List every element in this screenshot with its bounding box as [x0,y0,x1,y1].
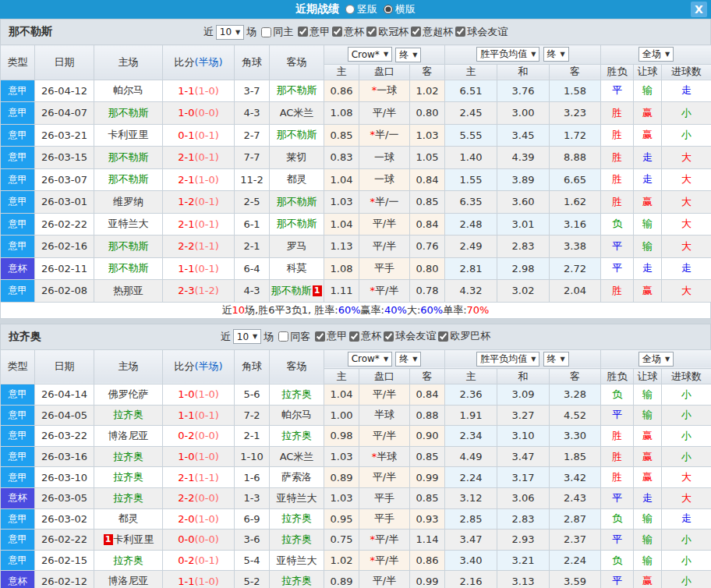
league-label: 意超杯 [423,25,453,39]
league-filter[interactable]: 意超杯 [409,25,453,39]
avg-away-cell: 2.37 [550,530,601,551]
horizontal-radio[interactable] [384,5,393,14]
games-count-select[interactable]: 10▼ [216,25,244,40]
score-cell: 2-1(0-1) [163,147,235,169]
handicap-cell: 一球 [359,147,410,169]
home-odds-cell: 1.03 [324,446,359,467]
away-team-cell: 拉齐奥 [270,571,324,588]
handicap-result-cell: 走 [634,487,662,508]
league-filter[interactable]: 球会友谊 [381,329,436,343]
home-odds-cell: 1.13 [324,236,359,258]
league-checkbox[interactable] [438,331,448,342]
same-venue-checkbox[interactable] [261,27,271,37]
final-odds-select[interactable]: 终▼ [395,352,421,367]
full-score: 1-0 [178,451,194,462]
close-icon[interactable]: X [691,2,707,17]
handicap-result-cell: 输 [634,508,662,530]
away-odds-cell: 0.90 [410,426,445,447]
odds-company-select[interactable]: Crow*▼ [348,352,392,367]
league-checkbox[interactable] [384,331,394,342]
layout-radio-horizontal[interactable]: 横版 [384,2,416,16]
league-filter[interactable]: 意甲 [295,25,330,39]
match-type-cell: 意甲 [1,236,35,258]
home-team-cell: 那不勒斯 [94,147,163,169]
league-checkbox[interactable] [411,27,421,37]
handicap-cell: 平/半 [359,571,410,588]
col-corner: 角球 [235,45,270,80]
league-checkbox[interactable] [366,27,377,37]
avg-final-select[interactable]: 终▼ [543,352,569,367]
near-label: 近 [221,330,231,344]
away-odds-cell: 0.93 [410,508,445,530]
section-lazio: 拉齐奥 近 10▼ 场 同客 意甲意杯球会友谊欧罗巴杯 类 [0,324,711,588]
team-name: 热那亚 [113,285,143,296]
fullmatch-header: 全场▼ [601,45,711,65]
handicap-result-cell: 赢 [634,124,662,147]
handicap-result-cell: 输 [634,80,662,102]
col-goals: 进球数 [662,64,711,80]
col-odds-away: 客 [410,369,445,384]
match-type-cell: 意甲 [1,147,35,169]
away-odds-cell: 0.85 [410,446,445,467]
fullmatch-select[interactable]: 全场▼ [638,352,674,367]
corner-cell: 7-7 [235,147,270,169]
away-odds-cell: 1.05 [410,147,445,169]
odds-company-select[interactable]: Crow*▼ [348,47,392,62]
league-label: 球会友谊 [467,25,508,39]
layout-radio-vertical[interactable]: 竖版 [345,2,377,16]
corner-cell: 6-4 [235,257,270,280]
home-odds-cell: 0.95 [324,508,359,530]
goals-result-cell: 大 [662,236,711,258]
league-checkbox[interactable] [455,27,465,37]
same-venue-filter[interactable]: 同主 [259,25,293,39]
match-date-cell: 26-03-15 [35,147,94,169]
fullmatch-select[interactable]: 全场▼ [638,47,674,62]
match-type-cell: 意杯 [1,571,35,588]
result-cell: 平 [601,530,634,551]
result-cell: 负 [601,508,634,530]
league-filter[interactable]: 欧冠杯 [364,25,409,39]
league-checkbox[interactable] [298,27,308,37]
avg-home-cell: 5.55 [445,124,497,147]
league-checkbox[interactable] [332,27,342,37]
result-cell: 胜 [601,168,634,191]
result-cell: 负 [601,213,634,236]
same-venue-filter[interactable]: 同客 [276,330,310,344]
match-date-cell: 26-04-07 [35,102,94,125]
league-filter[interactable]: 意甲 [313,329,347,343]
league-checkbox[interactable] [349,331,359,342]
team-name: 那不勒斯 [108,173,149,185]
team-name: 拉齐奥 [281,512,312,524]
match-date-cell: 26-02-22 [35,530,94,551]
vertical-radio[interactable] [345,5,355,14]
col-score: 比分(半场) [163,349,235,384]
league-filter[interactable]: 意杯 [347,329,381,343]
avg-final-select[interactable]: 终▼ [543,47,569,62]
avg-select[interactable]: 胜平负均值▼ [476,47,539,62]
home-team-cell: 拉齐奥 [94,446,163,467]
avg-home-cell: 2.81 [445,257,497,280]
handicap-cell: 平手 [359,257,410,280]
final-odds-select[interactable]: 终▼ [395,48,421,62]
team-name: 拉齐奥 [281,533,312,545]
away-odds-cell: 0.80 [410,257,445,280]
avg-home-cell: 6.35 [445,191,497,214]
handicap-cell: 平/半 [359,213,410,236]
col-type: 类型 [1,45,35,80]
avg-select[interactable]: 胜平负均值▼ [476,352,539,367]
league-filter[interactable]: 意杯 [330,25,364,39]
league-checkbox[interactable] [315,331,325,342]
goals-result-cell: 小 [662,571,711,588]
league-filter[interactable]: 球会友谊 [453,25,508,39]
handicap-cell: 平/半 [359,102,410,125]
match-date-cell: 26-03-05 [35,487,94,508]
col-avg-draw: 和 [497,64,550,80]
league-filter[interactable]: 欧罗巴杯 [436,329,490,343]
team-title: 拉齐奥 [9,330,41,344]
same-venue-checkbox[interactable] [278,331,288,342]
games-count-select[interactable]: 10▼ [233,329,261,344]
team-name: 帕尔马 [281,409,312,420]
away-odds-cell: 1.14 [410,530,445,551]
team-name: 帕尔马 [113,84,143,96]
handicap-result-cell: 赢 [634,191,662,214]
